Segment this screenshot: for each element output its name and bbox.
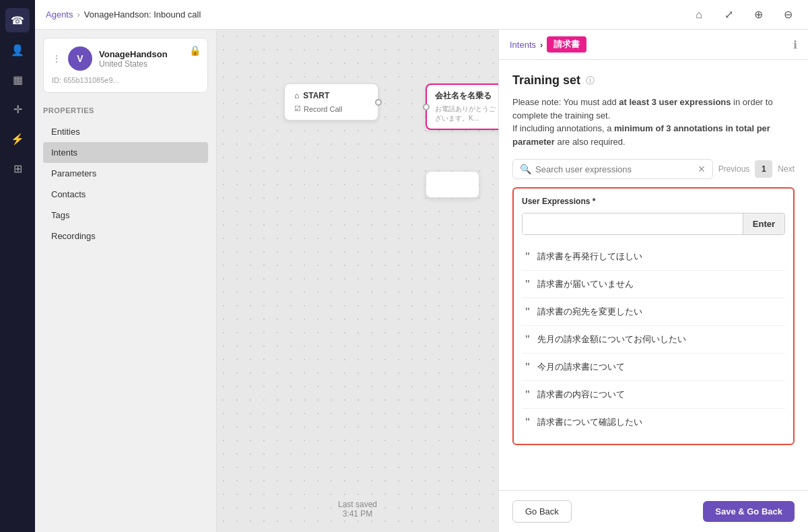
sidebar-item-entities[interactable]: Entities (43, 121, 208, 142)
quote-icon: " (525, 416, 531, 428)
house-icon: ⌂ (294, 91, 299, 100)
expression-input[interactable] (523, 213, 743, 234)
breadcrumb-panel: Intents › 請求書 (510, 36, 788, 53)
breadcrumb-separator: › (77, 9, 79, 20)
pagination-row: 🔍 ✕ Previous 1 Next (512, 159, 795, 179)
body-area: 🔒 ⋮ V VonageHandson United States ID: 65… (35, 30, 808, 532)
list-item: " 先月の請求金額についてお伺いしたい (522, 326, 785, 354)
right-panel-footer: Go Back Save & Go Back (499, 490, 808, 532)
right-panel-topbar: Intents › 請求書 ℹ (499, 30, 808, 60)
sidebar-item-parameters[interactable]: Parameters (43, 163, 208, 184)
breadcrumb-current: VonageHandson: Inbound call (84, 9, 201, 20)
expand-icon[interactable]: ⤢ (719, 5, 738, 24)
start-node[interactable]: ⌂ START ☑ Record Call (284, 84, 378, 121)
agent-card: 🔒 ⋮ V VonageHandson United States ID: 65… (43, 38, 208, 93)
quote-icon: " (525, 278, 531, 290)
quote-icon: " (525, 389, 531, 401)
company-name-node-title: 会社名を名乗る (435, 90, 497, 102)
right-panel: Intents › 請求書 ℹ Training set ⓘ Please no… (498, 30, 808, 532)
agents-link[interactable]: Agents (46, 9, 73, 20)
layout-icon[interactable]: ▦ (5, 67, 30, 92)
user-expressions-container: User Expressions * Enter " 請求書を再発行してほしい … (512, 187, 795, 445)
zoom-icon[interactable]: ⊖ (778, 5, 797, 24)
agent-card-header: ⋮ V VonageHandson United States (52, 46, 199, 71)
pagination-next[interactable]: Next (778, 164, 795, 174)
agent-country: United States (99, 59, 199, 69)
pagination-prev[interactable]: Previous (718, 164, 750, 174)
user-expressions-label: User Expressions * (522, 197, 785, 206)
intent-badge: 請求書 (547, 36, 586, 53)
agent-id: ID: 655b131085e9... (52, 76, 199, 84)
list-item: " 請求書の内容について (522, 381, 785, 409)
lock-icon: 🔒 (189, 45, 201, 56)
go-back-button[interactable]: Go Back (512, 500, 572, 523)
training-title: Training set ⓘ (512, 73, 795, 88)
sidebar-item-tags[interactable]: Tags (43, 205, 208, 226)
record-call-item: ☑ Record Call (294, 104, 368, 113)
quote-icon: " (525, 306, 531, 318)
search-input[interactable] (535, 164, 694, 174)
right-panel-body: Training set ⓘ Please note: You must add… (499, 60, 808, 490)
phone-icon[interactable]: ☎ (5, 8, 30, 32)
enter-button[interactable]: Enter (743, 213, 784, 234)
sidebar-item-contacts[interactable]: Contacts (43, 184, 208, 205)
crosshair-icon[interactable]: ✛ (5, 97, 30, 121)
list-item: " 請求書の宛先を変更したい (522, 298, 785, 326)
quote-icon: " (525, 333, 531, 345)
properties-section: PROPERTIES Entities Intents Parameters C… (35, 101, 216, 252)
canvas-area[interactable]: ⌂ START ☑ Record Call 会社名を名乗る お電話ありがとうござ… (217, 30, 498, 532)
search-box[interactable]: 🔍 ✕ (512, 159, 713, 179)
company-name-node[interactable]: 会社名を名乗る お電話ありがとうございます。K... (426, 84, 498, 130)
training-note: Please note: You must add at least 3 use… (512, 96, 795, 148)
extra-node[interactable] (426, 171, 479, 198)
avatar: V (68, 46, 92, 71)
list-item: " 請求書を再発行してほしい (522, 243, 785, 271)
expression-list: " 請求書を再発行してほしい " 請求書が届いていません " 請求書の宛先を変更… (522, 243, 785, 436)
target-icon[interactable]: ⊕ (749, 5, 768, 24)
properties-title: PROPERTIES (43, 106, 208, 114)
left-sidebar: 🔒 ⋮ V VonageHandson United States ID: 65… (35, 30, 217, 532)
intents-breadcrumb-link[interactable]: Intents (510, 40, 536, 50)
agent-name: VonageHandson (99, 49, 199, 59)
main-content: Agents › VonageHandson: Inbound call ⌂ ⤢… (35, 0, 808, 532)
canvas-footer: Last saved 3:41 PM (338, 500, 377, 519)
info-icon[interactable]: ℹ (793, 38, 797, 51)
node-connector-left (423, 104, 430, 110)
breadcrumb: Agents › VonageHandson: Inbound call (46, 9, 684, 20)
sidebar-item-recordings[interactable]: Recordings (43, 226, 208, 246)
sidebar-item-intents[interactable]: Intents (43, 142, 208, 163)
panel-separator: › (540, 40, 543, 50)
list-item: " 請求書が届いていません (522, 271, 785, 298)
list-item: " 請求書について確認したい (522, 409, 785, 436)
pagination-current: 1 (755, 160, 772, 178)
users-icon[interactable]: 👤 (5, 38, 30, 62)
list-item: " 今月の請求書について (522, 354, 785, 381)
top-nav: Agents › VonageHandson: Inbound call ⌂ ⤢… (35, 0, 808, 30)
icon-bar: ☎ 👤 ▦ ✛ ⚡ ⊞ (0, 0, 35, 532)
more-options-icon[interactable]: ⋮ (52, 53, 61, 64)
grid-icon[interactable]: ⊞ (5, 156, 30, 180)
save-go-back-button[interactable]: Save & Go Back (703, 501, 795, 522)
checkbox-icon: ☑ (294, 104, 301, 113)
nav-icons: ⌂ ⤢ ⊕ ⊖ (689, 5, 797, 24)
agent-info: VonageHandson United States (99, 49, 199, 69)
expression-input-row: Enter (522, 213, 785, 235)
quote-icon: " (525, 361, 531, 373)
lightning-icon[interactable]: ⚡ (5, 127, 30, 151)
search-icon: 🔍 (520, 164, 531, 174)
node-connector (375, 99, 382, 106)
quote-icon: " (525, 251, 531, 263)
search-clear-icon[interactable]: ✕ (698, 164, 706, 174)
training-info-icon[interactable]: ⓘ (586, 75, 595, 87)
home-icon[interactable]: ⌂ (689, 5, 708, 24)
start-node-title: ⌂ START (294, 91, 368, 100)
company-name-node-sub: お電話ありがとうございます。K... (435, 104, 497, 123)
